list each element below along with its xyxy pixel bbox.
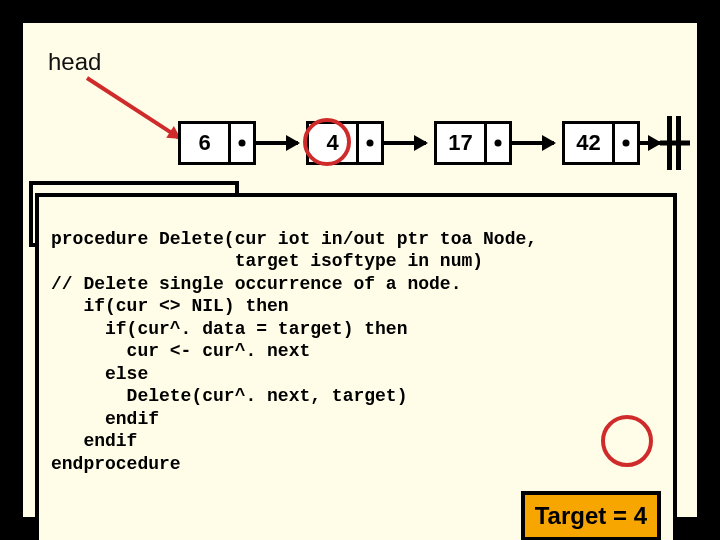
code-line: endif xyxy=(51,431,137,451)
diagram-canvas: head 6 4 17 42 procedure Delete(cur iot … xyxy=(20,20,700,520)
node-3-value: 42 xyxy=(565,124,615,162)
code-line: Delete(cur^. next, target) xyxy=(51,386,407,406)
arrow-2-3 xyxy=(512,141,554,145)
arrow-3-nil xyxy=(640,141,660,145)
code-line: cur <- cur^. next xyxy=(51,341,310,361)
pseudocode-box: procedure Delete(cur iot in/out ptr toa … xyxy=(35,193,677,540)
nil-terminator xyxy=(667,116,681,170)
node-2: 17 xyxy=(434,121,512,165)
node-0-value: 6 xyxy=(181,124,231,162)
code-line: if(cur <> NIL) then xyxy=(51,296,289,316)
node-2-next-ptr xyxy=(487,124,509,162)
node-1-next-ptr xyxy=(359,124,381,162)
node-1-value: 4 xyxy=(309,124,359,162)
node-0: 6 xyxy=(178,121,256,165)
arrow-1-2 xyxy=(384,141,426,145)
code-line: procedure Delete(cur iot in/out ptr toa … xyxy=(51,229,537,249)
head-pointer-arrow xyxy=(86,76,180,139)
head-label: head xyxy=(48,48,101,76)
node-3-next-ptr xyxy=(615,124,637,162)
code-line: // Delete single occurrence of a node. xyxy=(51,274,461,294)
code-line: else xyxy=(51,364,148,384)
node-2-value: 17 xyxy=(437,124,487,162)
code-line: if(cur^. data = target) then xyxy=(51,319,407,339)
node-3: 42 xyxy=(562,121,640,165)
node-1: 4 xyxy=(306,121,384,165)
code-line: endif xyxy=(51,409,159,429)
code-line: target isoftype in num) xyxy=(51,251,483,271)
arrow-0-1 xyxy=(256,141,298,145)
node-0-next-ptr xyxy=(231,124,253,162)
code-line: endprocedure xyxy=(51,454,181,474)
target-box: Target = 4 xyxy=(521,491,661,541)
